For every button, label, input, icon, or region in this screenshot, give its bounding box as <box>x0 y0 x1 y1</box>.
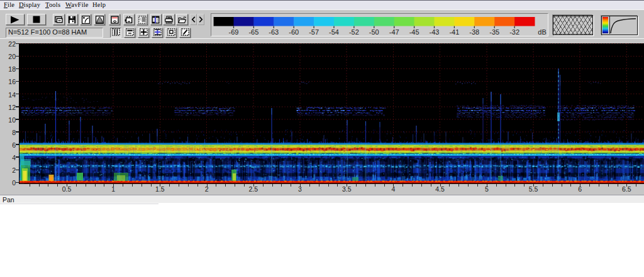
svg-text:-35: -35 <box>489 28 499 36</box>
svg-text:-47: -47 <box>389 28 399 36</box>
svg-text:-57: -57 <box>309 28 319 36</box>
svg-text:-69: -69 <box>229 28 239 36</box>
svg-text:dB: dB <box>538 28 546 36</box>
svg-text:-50: -50 <box>369 28 379 36</box>
svg-text:-63: -63 <box>269 28 279 36</box>
svg-text:-65: -65 <box>248 28 258 36</box>
svg-text:-60: -60 <box>289 28 299 36</box>
svg-text:-52: -52 <box>349 28 359 36</box>
svg-text:-54: -54 <box>329 28 339 36</box>
svg-text:-45: -45 <box>409 28 419 36</box>
svg-text:-32: -32 <box>509 28 519 36</box>
svg-text:-43: -43 <box>430 28 440 36</box>
svg-text:-41: -41 <box>449 28 459 36</box>
svg-text:-38: -38 <box>469 28 479 36</box>
svg-text:S: S <box>157 18 160 23</box>
